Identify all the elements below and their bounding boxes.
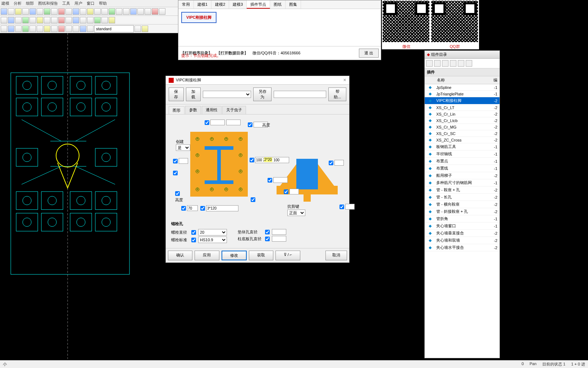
tool-icon[interactable] <box>22 8 29 15</box>
ptab-plugin-node[interactable]: 插件节点 <box>247 0 270 9</box>
tool-icon[interactable] <box>94 8 101 15</box>
saveas-button[interactable]: 另存为 <box>253 87 272 101</box>
tool-icon[interactable] <box>159 8 165 15</box>
param-input[interactable] <box>334 160 344 166</box>
tool-icon[interactable] <box>58 8 65 15</box>
tool-icon[interactable] <box>80 17 86 23</box>
tool-icon[interactable] <box>44 17 50 23</box>
catalog-row[interactable]: ◆XS_Cr_MG-2 <box>425 124 500 130</box>
param-input[interactable] <box>273 177 288 183</box>
cb[interactable] <box>284 189 288 194</box>
ptab-m3[interactable]: 建模3 <box>229 0 247 9</box>
catalog-row[interactable]: ◆板钢筋工具-1 <box>425 143 500 151</box>
menu-detail[interactable]: 细部 <box>26 1 34 6</box>
menu-model[interactable]: 建模 <box>1 1 9 6</box>
dim-e-input[interactable] <box>206 205 238 211</box>
tool-icon[interactable] <box>1 8 7 15</box>
cancel-button[interactable]: 取消 <box>325 251 347 260</box>
close-icon[interactable]: ✕ <box>343 78 346 82</box>
tool-icon[interactable] <box>58 26 65 32</box>
tool-icon[interactable] <box>80 8 86 15</box>
tool-icon[interactable] <box>109 17 115 23</box>
ok-button[interactable]: 确认 <box>168 251 192 260</box>
menu-drawings[interactable]: 图纸和报告 <box>38 1 58 6</box>
catalog-row[interactable]: ◆XS_Cr_Ltcb-2 <box>425 117 500 124</box>
catalog-list[interactable]: ◆JpSpline-1◆JpTrianglePlate-1◆VIPC刚接柱脚-2… <box>425 84 500 358</box>
cb[interactable] <box>173 159 178 163</box>
dim-d-input[interactable] <box>187 205 198 211</box>
tool-icon[interactable] <box>135 26 141 32</box>
catalog-row[interactable]: ◆管折角-1 <box>425 215 500 223</box>
tool-icon[interactable] <box>142 26 148 32</box>
tool-icon[interactable] <box>15 26 22 32</box>
standard-combo[interactable] <box>94 25 134 32</box>
tool-icon[interactable] <box>137 8 144 15</box>
tool-icon[interactable] <box>94 17 101 23</box>
tool-icon[interactable] <box>116 8 122 15</box>
tool-icon[interactable] <box>152 8 158 15</box>
exit-button[interactable]: 退 出 <box>359 49 379 58</box>
tool-icon[interactable] <box>87 17 94 23</box>
pad-dia-input[interactable] <box>272 229 286 235</box>
tool-icon[interactable] <box>101 17 108 23</box>
base-dia-input[interactable] <box>272 236 286 242</box>
bolt-std-combo[interactable]: HS10.9 <box>198 237 227 243</box>
menu-help[interactable]: 帮助 <box>99 1 107 6</box>
catalog-row[interactable]: ◆船用梯子-2 <box>425 172 500 179</box>
catalog-row[interactable]: ◆夹心墙垂直接合-2 <box>425 230 500 237</box>
modify-button[interactable]: 修改 <box>222 251 247 260</box>
catalog-row[interactable]: ◆多种筋尺寸的钢筋网-1 <box>425 179 500 187</box>
cb[interactable] <box>265 230 270 234</box>
tool-icon[interactable] <box>87 26 94 32</box>
saveas-input[interactable] <box>274 91 326 98</box>
tool-icon[interactable] <box>65 8 72 15</box>
catalog-row[interactable]: ◆管 - 横向鞍座-2 <box>425 201 500 208</box>
tool-icon[interactable] <box>73 8 79 15</box>
tool-icon[interactable] <box>80 26 86 32</box>
toggle-button[interactable]: ⊽ / ⌐ <box>275 251 300 260</box>
catalog-row[interactable]: ◆夹心墙水平接合-2 <box>425 244 500 251</box>
catalog-row[interactable]: ◆布置线-1 <box>425 165 500 172</box>
save-button[interactable]: 保存 <box>169 87 184 101</box>
cb[interactable] <box>248 122 252 127</box>
catalog-row[interactable]: ◆XS_Cr_Lin-2 <box>425 111 500 117</box>
shear-combo[interactable]: 正面 <box>287 210 305 216</box>
cb[interactable] <box>173 171 178 175</box>
catalog-row[interactable]: ◆夹心墙和双墙-2 <box>425 237 500 244</box>
tool-icon[interactable] <box>8 26 14 32</box>
cb[interactable] <box>175 191 180 196</box>
param-input[interactable] <box>345 204 355 210</box>
cb[interactable] <box>200 206 205 211</box>
tool-icon[interactable] <box>145 8 151 15</box>
help-button[interactable]: 帮助... <box>328 87 346 101</box>
tool-icon[interactable] <box>101 8 108 15</box>
catalog-row[interactable]: ◆XS_Cr_SC-2 <box>425 130 500 137</box>
cb[interactable] <box>191 230 196 235</box>
tool-icon[interactable] <box>123 8 129 15</box>
tool-icon[interactable] <box>8 17 14 23</box>
cb[interactable] <box>251 197 255 202</box>
ptab-m2[interactable]: 建模2 <box>211 0 229 9</box>
tool-icon[interactable] <box>22 17 29 23</box>
get-button[interactable]: 获取 <box>249 251 273 260</box>
catalog-section[interactable]: 插件 <box>425 68 500 76</box>
param-input[interactable] <box>226 120 241 125</box>
tool-icon[interactable] <box>109 8 115 15</box>
ptab-m1[interactable]: 建模1 <box>194 0 211 9</box>
tool-icon[interactable] <box>22 26 29 32</box>
cb[interactable] <box>181 206 186 211</box>
tool-icon[interactable] <box>15 8 22 15</box>
cat-tool-icon[interactable] <box>434 60 441 67</box>
tool-icon[interactable] <box>87 8 94 15</box>
tool-icon[interactable] <box>29 17 36 23</box>
cat-tool-icon[interactable] <box>458 60 464 67</box>
tool-icon[interactable] <box>44 8 50 15</box>
cb[interactable] <box>339 205 344 209</box>
open-data-dir-link[interactable]: 【打开数据目录】 <box>216 50 248 56</box>
cb[interactable] <box>191 238 196 242</box>
cat-tool-icon[interactable] <box>442 60 448 67</box>
tool-icon[interactable] <box>1 26 7 32</box>
tool-icon[interactable] <box>51 26 58 32</box>
dtab-param[interactable]: 参数 <box>185 106 201 114</box>
param-input[interactable] <box>179 158 188 164</box>
